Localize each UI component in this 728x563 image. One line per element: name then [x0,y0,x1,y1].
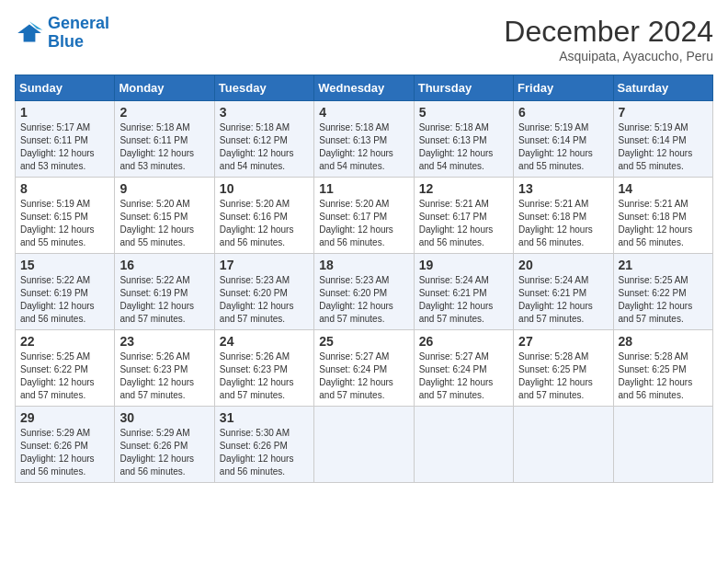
day-number: 15 [20,258,109,272]
location-subtitle: Asquipata, Ayacucho, Peru [504,49,713,63]
weekday-header-saturday: Saturday [613,75,712,101]
day-number: 4 [319,105,408,120]
day-info: Sunrise: 5:18 AMSunset: 6:13 PMDaylight:… [419,121,508,173]
day-info: Sunrise: 5:22 AMSunset: 6:19 PMDaylight:… [20,274,109,326]
day-number: 23 [119,334,209,349]
calendar-cell: 30 Sunrise: 5:29 AMSunset: 6:26 PMDaylig… [115,407,214,483]
day-number: 9 [119,181,209,196]
day-number: 30 [119,410,209,425]
day-number: 8 [20,181,109,196]
calendar-cell [414,407,513,483]
day-info: Sunrise: 5:20 AMSunset: 6:16 PMDaylight:… [220,198,309,249]
calendar-cell: 22 Sunrise: 5:25 AMSunset: 6:22 PMDaylig… [16,330,115,407]
calendar-cell [613,407,712,483]
weekday-header-tuesday: Tuesday [214,75,313,101]
day-number: 1 [20,105,109,120]
calendar-cell: 13 Sunrise: 5:21 AMSunset: 6:18 PMDaylig… [514,178,613,254]
day-number: 20 [518,258,608,272]
day-info: Sunrise: 5:20 AMSunset: 6:15 PMDaylight:… [119,198,209,249]
calendar-cell: 14 Sunrise: 5:21 AMSunset: 6:18 PMDaylig… [613,178,712,254]
day-info: Sunrise: 5:29 AMSunset: 6:26 PMDaylight:… [119,427,209,478]
calendar-cell: 12 Sunrise: 5:21 AMSunset: 6:17 PMDaylig… [414,178,513,254]
calendar-table: SundayMondayTuesdayWednesdayThursdayFrid… [15,75,713,483]
day-number: 21 [619,258,708,272]
day-number: 31 [220,410,309,425]
calendar-cell: 27 Sunrise: 5:28 AMSunset: 6:25 PMDaylig… [514,330,613,407]
page-header: General Blue December 2024 Asquipata, Ay… [15,15,713,63]
weekday-header-monday: Monday [115,75,214,101]
day-number: 29 [20,410,109,425]
weekday-header-wednesday: Wednesday [314,75,414,101]
calendar-cell: 2 Sunrise: 5:18 AMSunset: 6:11 PMDayligh… [115,101,214,178]
calendar-cell: 29 Sunrise: 5:29 AMSunset: 6:26 PMDaylig… [16,407,115,483]
day-info: Sunrise: 5:22 AMSunset: 6:19 PMDaylight:… [119,274,209,326]
calendar-header: SundayMondayTuesdayWednesdayThursdayFrid… [16,75,713,101]
calendar-cell: 31 Sunrise: 5:30 AMSunset: 6:26 PMDaylig… [214,407,313,483]
calendar-week-1: 1 Sunrise: 5:17 AMSunset: 6:11 PMDayligh… [16,101,713,178]
day-info: Sunrise: 5:26 AMSunset: 6:23 PMDaylight:… [220,350,309,402]
calendar-cell: 23 Sunrise: 5:26 AMSunset: 6:23 PMDaylig… [115,330,214,407]
day-info: Sunrise: 5:20 AMSunset: 6:17 PMDaylight:… [319,198,408,249]
day-info: Sunrise: 5:27 AMSunset: 6:24 PMDaylight:… [319,350,408,402]
day-number: 3 [220,105,309,120]
day-info: Sunrise: 5:25 AMSunset: 6:22 PMDaylight:… [619,274,708,326]
day-info: Sunrise: 5:18 AMSunset: 6:11 PMDaylight:… [119,121,209,173]
day-info: Sunrise: 5:18 AMSunset: 6:12 PMDaylight:… [220,121,309,173]
day-info: Sunrise: 5:21 AMSunset: 6:17 PMDaylight:… [419,198,508,249]
calendar-cell: 7 Sunrise: 5:19 AMSunset: 6:14 PMDayligh… [613,101,712,178]
day-info: Sunrise: 5:21 AMSunset: 6:18 PMDaylight:… [518,198,608,249]
day-info: Sunrise: 5:18 AMSunset: 6:13 PMDaylight:… [319,121,408,173]
title-block: December 2024 Asquipata, Ayacucho, Peru [504,15,713,63]
calendar-cell: 1 Sunrise: 5:17 AMSunset: 6:11 PMDayligh… [16,101,115,178]
day-number: 7 [619,105,708,120]
calendar-cell: 28 Sunrise: 5:28 AMSunset: 6:25 PMDaylig… [613,330,712,407]
calendar-cell: 10 Sunrise: 5:20 AMSunset: 6:16 PMDaylig… [214,178,313,254]
weekday-header-friday: Friday [514,75,613,101]
calendar-cell: 6 Sunrise: 5:19 AMSunset: 6:14 PMDayligh… [514,101,613,178]
calendar-cell: 25 Sunrise: 5:27 AMSunset: 6:24 PMDaylig… [314,330,414,407]
day-info: Sunrise: 5:30 AMSunset: 6:26 PMDaylight:… [220,427,309,478]
calendar-cell: 3 Sunrise: 5:18 AMSunset: 6:12 PMDayligh… [214,101,313,178]
calendar-week-2: 8 Sunrise: 5:19 AMSunset: 6:15 PMDayligh… [16,178,713,254]
day-info: Sunrise: 5:21 AMSunset: 6:18 PMDaylight:… [619,198,708,249]
calendar-cell: 18 Sunrise: 5:23 AMSunset: 6:20 PMDaylig… [314,254,414,330]
day-number: 18 [319,258,408,272]
day-number: 5 [419,105,508,120]
calendar-week-5: 29 Sunrise: 5:29 AMSunset: 6:26 PMDaylig… [16,407,713,483]
day-info: Sunrise: 5:19 AMSunset: 6:15 PMDaylight:… [20,198,109,249]
calendar-cell: 4 Sunrise: 5:18 AMSunset: 6:13 PMDayligh… [314,101,414,178]
calendar-cell: 15 Sunrise: 5:22 AMSunset: 6:19 PMDaylig… [16,254,115,330]
month-title: December 2024 [504,15,713,49]
calendar-cell: 24 Sunrise: 5:26 AMSunset: 6:23 PMDaylig… [214,330,313,407]
calendar-cell: 16 Sunrise: 5:22 AMSunset: 6:19 PMDaylig… [115,254,214,330]
day-info: Sunrise: 5:29 AMSunset: 6:26 PMDaylight:… [20,427,109,478]
day-info: Sunrise: 5:27 AMSunset: 6:24 PMDaylight:… [419,350,508,402]
day-number: 11 [319,181,408,196]
calendar-cell: 20 Sunrise: 5:24 AMSunset: 6:21 PMDaylig… [514,254,613,330]
day-info: Sunrise: 5:28 AMSunset: 6:25 PMDaylight:… [619,350,708,402]
day-number: 22 [20,334,109,349]
day-info: Sunrise: 5:28 AMSunset: 6:25 PMDaylight:… [518,350,608,402]
day-info: Sunrise: 5:23 AMSunset: 6:20 PMDaylight:… [220,274,309,326]
calendar-cell [514,407,613,483]
day-number: 16 [119,258,209,272]
day-number: 2 [119,105,209,120]
day-info: Sunrise: 5:23 AMSunset: 6:20 PMDaylight:… [319,274,408,326]
day-number: 19 [419,258,508,272]
logo-icon [15,18,44,48]
calendar-cell: 21 Sunrise: 5:25 AMSunset: 6:22 PMDaylig… [613,254,712,330]
day-number: 17 [220,258,309,272]
day-number: 26 [419,334,508,349]
day-number: 28 [619,334,708,349]
day-number: 14 [619,181,708,196]
calendar-cell: 17 Sunrise: 5:23 AMSunset: 6:20 PMDaylig… [214,254,313,330]
day-number: 12 [419,181,508,196]
day-info: Sunrise: 5:19 AMSunset: 6:14 PMDaylight:… [619,121,708,173]
day-number: 6 [518,105,608,120]
calendar-week-3: 15 Sunrise: 5:22 AMSunset: 6:19 PMDaylig… [16,254,713,330]
day-number: 25 [319,334,408,349]
calendar-cell: 9 Sunrise: 5:20 AMSunset: 6:15 PMDayligh… [115,178,214,254]
day-number: 27 [518,334,608,349]
day-info: Sunrise: 5:24 AMSunset: 6:21 PMDaylight:… [419,274,508,326]
day-number: 24 [220,334,309,349]
